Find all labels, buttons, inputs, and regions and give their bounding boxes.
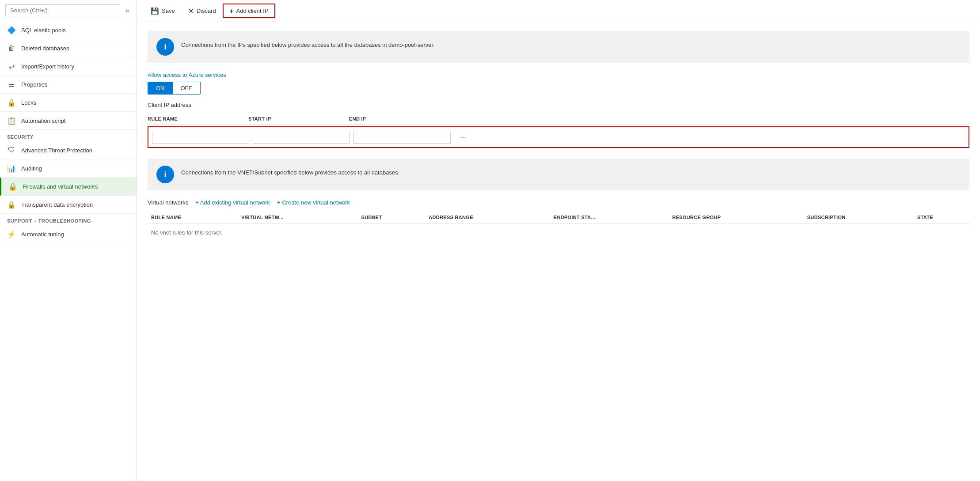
start-ip-input[interactable] [253,131,350,144]
sidebar-item-label: Transparent data encryption [21,201,93,208]
sidebar: « 🔷 SQL elastic pools 🗑 Deleted database… [0,0,137,481]
support-section-label: SUPPORT + TROUBLESHOOTING [0,214,137,225]
toggle-on-button[interactable]: ON [148,82,173,94]
sidebar-item-auditing[interactable]: 📊 Auditing [0,159,137,178]
firewalls-icon: 🔒 [8,182,17,191]
search-input[interactable] [5,4,120,16]
end-ip-input[interactable] [353,131,451,144]
vnet-col-state: STATE [914,211,969,224]
toolbar: 💾 Save ✕ Discard + Add client IP [137,0,980,22]
import-export-icon: ⇄ [7,62,16,71]
discard-icon: ✕ [188,7,194,15]
sidebar-item-transparent-data-encryption[interactable]: 🔒 Transparent data encryption [0,196,137,214]
info-banner-1: i Connections from the IPs specified bel… [148,31,969,63]
sql-elastic-pools-icon: 🔷 [7,26,16,34]
firewall-row-container: ··· [148,126,969,148]
advanced-threat-protection-icon: 🛡 [7,146,16,155]
sidebar-item-sql-elastic-pools[interactable]: 🔷 SQL elastic pools [0,21,137,39]
info-icon-2: i [156,166,174,183]
security-section-label: SECURITY [0,130,137,141]
sidebar-item-label: Advanced Threat Protection [21,147,92,154]
tde-icon: 🔒 [7,200,16,209]
save-label: Save [162,8,175,14]
sidebar-item-import-export[interactable]: ⇄ Import/Export history [0,57,137,76]
allow-access-section: Allow access to Azure services ON OFF [148,72,969,95]
vnet-header: Virtual networks + Add existing virtual … [148,199,969,206]
toggle-off-button[interactable]: OFF [173,82,200,94]
sidebar-search-container: « [0,0,137,21]
auditing-icon: 📊 [7,164,16,173]
firewall-table-header: RULE NAME START IP END IP [148,114,969,125]
col-actions [450,116,467,121]
rule-name-input[interactable] [152,131,249,144]
sidebar-item-label: Locks [21,99,36,106]
virtual-networks-section: i Connections from the VNET/Subnet speci… [148,159,969,241]
sidebar-item-label: Properties [21,81,47,88]
sidebar-item-label: Deleted databases [21,45,69,52]
sidebar-list: 🔷 SQL elastic pools 🗑 Deleted databases … [0,21,137,481]
automation-script-icon: 📋 [7,116,16,125]
vnet-col-subnet: SUBNET [358,211,425,224]
vnet-col-address-range: ADDRESS RANGE [425,211,550,224]
vnet-col-resource-group: RESOURCE GROUP [669,211,803,224]
add-client-ip-button[interactable]: + Add client IP [223,4,276,18]
sidebar-item-properties[interactable]: ⚌ Properties [0,76,137,94]
automatic-tuning-icon: ⚡ [7,230,16,239]
toggle-group: ON OFF [148,82,201,95]
sidebar-item-label: SQL elastic pools [21,27,66,34]
sidebar-item-deleted-databases[interactable]: 🗑 Deleted databases [0,39,137,57]
add-existing-vnet-link[interactable]: + Add existing virtual network [195,199,270,206]
create-new-vnet-link[interactable]: + Create new virtual network [277,199,350,206]
save-icon: 💾 [151,7,159,15]
vnet-col-virtual-netw: VIRTUAL NETW... [238,211,358,224]
sidebar-item-locks[interactable]: 🔒 Locks [0,94,137,112]
allow-access-label: Allow access to Azure services [148,72,969,78]
more-options-button[interactable]: ··· [454,132,472,143]
vnet-col-rule-name: RULE NAME [148,211,238,224]
info-banner-2: i Connections from the VNET/Subnet speci… [148,159,969,190]
sidebar-item-advanced-threat-protection[interactable]: 🛡 Advanced Threat Protection [0,141,137,159]
sidebar-item-automation-script[interactable]: 📋 Automation script [0,112,137,130]
vnet-empty-row: No vnet rules for this server. [148,224,969,242]
sidebar-item-label: Auditing [21,165,42,172]
info-banner-1-text: Connections from the IPs specified below… [181,38,435,49]
col-end-ip: END IP [349,116,446,121]
sidebar-item-label: Automatic tuning [21,231,64,238]
vnet-table-header-row: RULE NAME VIRTUAL NETW... SUBNET ADDRESS… [148,211,969,224]
firewall-table-row: ··· [152,131,965,144]
collapse-button[interactable]: « [124,5,131,16]
properties-icon: ⚌ [7,80,16,89]
save-button[interactable]: 💾 Save [144,4,182,18]
sidebar-item-firewalls-virtual-networks[interactable]: 🔒 Firewalls and virtual networks [0,178,137,196]
vnet-table: RULE NAME VIRTUAL NETW... SUBNET ADDRESS… [148,211,969,241]
sidebar-item-label: Firewalls and virtual networks [23,183,98,190]
sidebar-item-label: Automation script [21,117,65,124]
page-content: i Connections from the IPs specified bel… [137,22,980,481]
add-client-ip-icon: + [230,7,234,15]
vnet-table-head: RULE NAME VIRTUAL NETW... SUBNET ADDRESS… [148,211,969,224]
vnet-empty-message: No vnet rules for this server. [148,224,969,242]
info-banner-2-text: Connections from the VNET/Subnet specifi… [181,166,398,177]
main-content: 💾 Save ✕ Discard + Add client IP i Conne… [137,0,980,481]
sidebar-item-automatic-tuning[interactable]: ⚡ Automatic tuning [0,225,137,243]
vnet-col-subscription: SUBSCRIPTION [804,211,914,224]
vnet-table-body: No vnet rules for this server. [148,224,969,242]
info-icon-1: i [156,38,174,56]
col-rule-name: RULE NAME [148,116,245,121]
sidebar-item-label: Import/Export history [21,63,74,70]
firewall-table: RULE NAME START IP END IP ··· [148,114,969,148]
discard-label: Discard [197,8,216,14]
client-ip-label: Client IP address [148,102,969,108]
add-client-ip-label: Add client IP [236,8,268,14]
discard-button[interactable]: ✕ Discard [182,4,223,18]
locks-icon: 🔒 [7,98,16,107]
deleted-databases-icon: 🗑 [7,44,16,53]
vnet-col-endpoint-sta: ENDPOINT STA... [550,211,669,224]
vnet-label: Virtual networks [148,199,188,206]
col-start-ip: START IP [248,116,346,121]
